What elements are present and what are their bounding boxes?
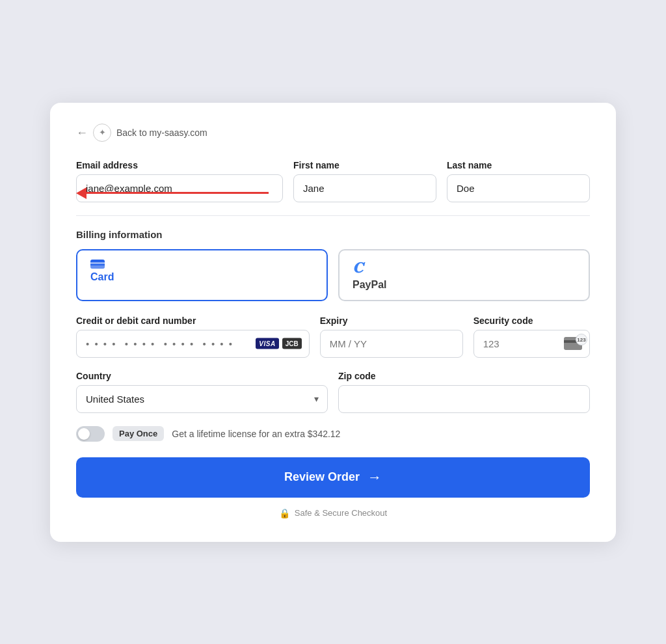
email-label: Email address — [76, 160, 283, 170]
jcb-icon: JCB — [282, 338, 302, 349]
card-icon — [90, 260, 105, 269]
zipcode-input[interactable] — [338, 385, 590, 413]
email-input[interactable] — [76, 174, 283, 202]
zipcode-group: Zip code — [338, 371, 590, 413]
secure-label: Safe & Secure Checkout — [295, 508, 387, 518]
country-label: Country — [76, 371, 328, 381]
expiry-input[interactable] — [320, 330, 463, 358]
review-order-label: Review Order — [284, 470, 360, 484]
card-logos: VISA JCB — [256, 338, 301, 349]
paypal-payment-button[interactable]: 𝐂 PayPal — [338, 249, 590, 301]
lastname-group: Last name — [447, 160, 590, 202]
logo-icon: ✦ — [93, 124, 111, 142]
review-order-button[interactable]: Review Order → — [76, 457, 590, 498]
back-label: Back to my-saasy.com — [116, 127, 207, 138]
pay-once-description: Get a lifetime license for an extra $342… — [172, 429, 340, 439]
card-strip — [90, 262, 105, 264]
arrow-right-icon: → — [367, 469, 382, 486]
card-number-wrap: VISA JCB — [76, 330, 310, 358]
firstname-input[interactable] — [293, 174, 436, 202]
pay-once-badge: Pay Once — [113, 426, 164, 441]
section-divider — [76, 215, 590, 216]
lastname-label: Last name — [447, 160, 590, 170]
country-select[interactable]: United States Canada United Kingdom Aust… — [76, 385, 328, 413]
checkout-form: ← ✦ Back to my-saasy.com Email address F… — [50, 103, 616, 542]
cvv-icon: 123 — [564, 337, 582, 350]
email-group: Email address — [76, 160, 283, 202]
card-number-label: Credit or debit card number — [76, 315, 310, 326]
security-group: Security code 123 — [473, 315, 590, 358]
country-group: Country United States Canada United King… — [76, 371, 328, 413]
lock-icon: 🔒 — [279, 508, 290, 518]
expiry-group: Expiry — [320, 315, 463, 358]
pay-once-toggle[interactable] — [76, 426, 105, 442]
cvv-badge: 123 — [576, 334, 587, 345]
visa-icon: VISA — [256, 338, 278, 349]
logo-symbol: ✦ — [99, 127, 106, 137]
contact-row: Email address First name Last name — [76, 160, 590, 202]
card-bar-icon — [90, 260, 105, 269]
country-select-wrap: United States Canada United Kingdom Aust… — [76, 385, 328, 413]
firstname-group: First name — [293, 160, 436, 202]
payment-methods-row: Card 𝐂 PayPal — [76, 249, 590, 301]
paypal-button-label: PayPal — [353, 279, 386, 291]
secure-checkout-row: 🔒 Safe & Secure Checkout — [76, 508, 590, 518]
billing-section-title: Billing information — [76, 229, 590, 240]
back-arrow-icon: ← — [76, 127, 88, 139]
paypal-icon: 𝐂 — [353, 260, 363, 276]
card-button-label: Card — [90, 271, 114, 283]
firstname-label: First name — [293, 160, 436, 170]
card-payment-button[interactable]: Card — [76, 249, 328, 301]
cvv-card-shape: 123 — [564, 337, 582, 350]
back-link[interactable]: ← ✦ Back to my-saasy.com — [76, 124, 207, 142]
card-details-row: Credit or debit card number VISA JCB Exp… — [76, 315, 590, 358]
address-row: Country United States Canada United King… — [76, 371, 590, 413]
lastname-input[interactable] — [447, 174, 590, 202]
card-number-group: Credit or debit card number VISA JCB — [76, 315, 310, 358]
expiry-label: Expiry — [320, 315, 463, 326]
zipcode-label: Zip code — [338, 371, 590, 381]
security-wrap: 123 — [473, 330, 590, 358]
pay-once-row: Pay Once Get a lifetime license for an e… — [76, 426, 590, 442]
security-label: Security code — [473, 315, 590, 326]
